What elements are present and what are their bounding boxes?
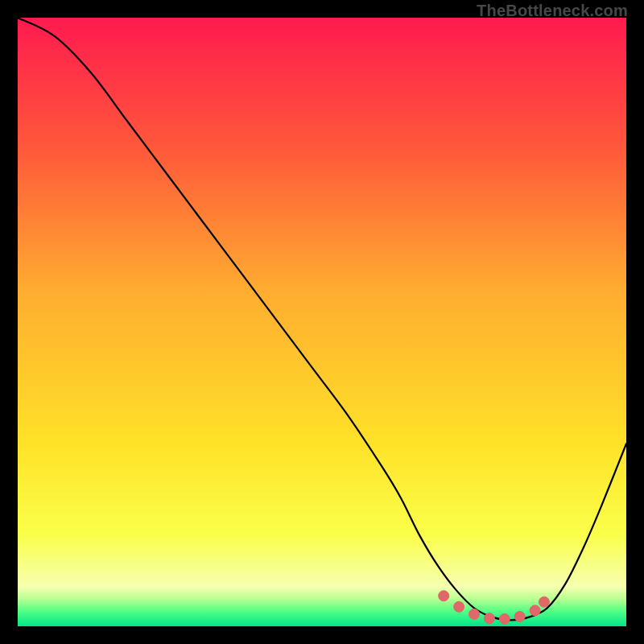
sweet-spot-dot (439, 591, 449, 601)
chart-frame: TheBottleneck.com (0, 0, 644, 644)
sweet-spot-dot (514, 611, 525, 621)
sweet-spot-dot (484, 613, 494, 624)
plot-area (18, 18, 626, 626)
sweet-spot-dot (530, 605, 540, 616)
sweet-spot-dot (454, 601, 464, 612)
sweet-spot-dots (18, 18, 626, 626)
sweet-spot-dot (539, 597, 549, 607)
sweet-spot-dot (469, 609, 480, 619)
sweet-spot-dot (499, 613, 510, 624)
